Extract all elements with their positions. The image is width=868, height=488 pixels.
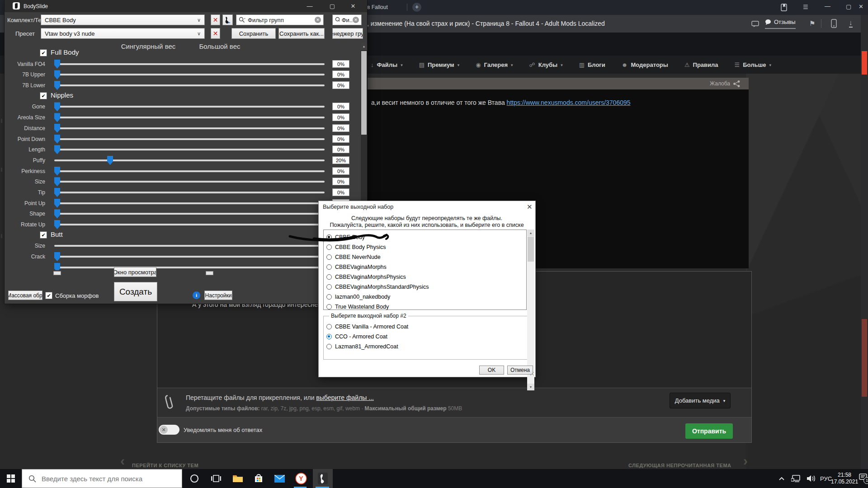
scrollbar-thumb[interactable]: [361, 51, 367, 135]
report-link[interactable]: Жалоба: [710, 80, 730, 87]
slider-thumb[interactable]: [54, 263, 60, 270]
slider-thumb[interactable]: [107, 156, 113, 165]
slider-thumb[interactable]: [54, 188, 60, 197]
browser-scrollbar[interactable]: [861, 15, 868, 469]
reviews-button[interactable]: Отзывы: [765, 19, 796, 29]
build-button[interactable]: Создать: [114, 282, 157, 301]
slider-value-box[interactable]: 0%: [332, 188, 349, 196]
slider-value-box[interactable]: 20%: [332, 156, 349, 164]
nav-item-blogs[interactable]: ▥Блоги: [579, 61, 605, 68]
clear-filter-icon[interactable]: ✕: [353, 17, 359, 23]
new-tab-button[interactable]: +: [412, 3, 421, 12]
bodyslide-taskbar-button[interactable]: [313, 469, 333, 488]
window-close-icon[interactable]: ✕: [859, 3, 863, 10]
slider-thumb[interactable]: [54, 124, 60, 133]
settings-button[interactable]: Настройки: [204, 291, 232, 300]
slider-track[interactable]: [54, 127, 325, 129]
bodyslide-title-bar[interactable]: BodySlide — ▢ ✕: [5, 0, 367, 12]
slider-thumb[interactable]: [54, 70, 60, 79]
nav-item-premium[interactable]: ▤Премиум▾: [419, 61, 459, 68]
slider-value-box[interactable]: 0%: [332, 70, 349, 78]
slider-value-box[interactable]: 0%: [332, 145, 349, 153]
slider-value-box[interactable]: 0%: [332, 135, 349, 143]
device-sync-icon[interactable]: [831, 19, 837, 28]
group-checkbox[interactable]: ✔: [40, 92, 47, 99]
radio-option[interactable]: CBBE Vanilla - Armored Coat: [324, 322, 527, 332]
slider-thumb[interactable]: [54, 177, 60, 186]
preset-combo[interactable]: Vtaw body v3 nude∨: [41, 28, 205, 39]
slider-thumb[interactable]: [54, 220, 60, 229]
cancel-button[interactable]: Отмена: [507, 366, 533, 375]
group-checkbox[interactable]: ✔: [40, 231, 47, 239]
slider-track[interactable]: [54, 213, 325, 215]
slider-track[interactable]: [54, 267, 325, 268]
yandex-browser-button[interactable]: Y: [291, 469, 311, 488]
slider-track[interactable]: [54, 138, 325, 140]
nav-item-clubs[interactable]: ☍Клубы▾: [529, 61, 563, 68]
prev-chevron-icon[interactable]: ‹: [120, 453, 125, 469]
slider-track[interactable]: [54, 106, 325, 108]
slider-thumb[interactable]: [54, 113, 60, 122]
group-checkbox[interactable]: ✔: [40, 49, 47, 56]
slider-track[interactable]: [54, 84, 325, 86]
prev-topic-link[interactable]: ПЕРЕЙТИ К СПИСКУ ТЕМ: [132, 463, 198, 468]
radio-option[interactable]: CBBE NeverNude: [324, 252, 526, 262]
slider-track[interactable]: [54, 63, 325, 65]
bs-close-icon[interactable]: ✕: [346, 3, 360, 9]
slider-value-box[interactable]: 0%: [332, 103, 349, 110]
slider-track[interactable]: [54, 160, 325, 161]
share-icon[interactable]: [733, 80, 741, 88]
window-minimize-icon[interactable]: —: [825, 3, 830, 9]
slider-track[interactable]: [54, 149, 325, 150]
clear-outfit-button[interactable]: ✕: [211, 14, 220, 25]
nav-item-rules[interactable]: ⚠Правила: [684, 61, 718, 68]
slider-value-box[interactable]: 0%: [332, 113, 349, 121]
submit-button[interactable]: Отправить: [685, 423, 733, 439]
slider-thumb[interactable]: [54, 209, 60, 218]
next-chevron-icon[interactable]: ›: [743, 453, 748, 469]
scroll-down-icon[interactable]: ▼: [527, 384, 534, 390]
bookmark-flag-icon[interactable]: ⚑: [809, 19, 815, 28]
scroll-up-icon[interactable]: ▲: [527, 230, 534, 236]
group-manager-button[interactable]: Менеджер групп: [332, 28, 363, 39]
slider-track[interactable]: [54, 256, 325, 258]
low-weight-slider[interactable]: [53, 271, 61, 275]
ok-button[interactable]: OK: [479, 366, 504, 375]
slider-track[interactable]: [54, 181, 325, 183]
preview-window-button[interactable]: Окно просмотра: [114, 267, 156, 277]
mail-button[interactable]: [269, 469, 289, 488]
reference-brush-button[interactable]: [222, 14, 233, 25]
slider-thumb[interactable]: [54, 60, 60, 69]
nav-item-moderators[interactable]: ☻Модераторы: [622, 61, 668, 68]
outfit-filter-search[interactable]: Фи.. ✕: [332, 14, 362, 25]
slider-track[interactable]: [54, 245, 325, 247]
add-media-button[interactable]: Добавить медиа▾: [670, 393, 731, 408]
cortana-button[interactable]: [184, 469, 204, 488]
slider-thumb[interactable]: [54, 252, 60, 261]
info-icon[interactable]: i: [193, 291, 200, 299]
slider-track[interactable]: [54, 74, 325, 75]
slider-thumb[interactable]: [54, 145, 60, 154]
comments-icon[interactable]: [751, 21, 759, 27]
choose-files-link[interactable]: выберите файлы ...: [316, 394, 374, 401]
radio-option[interactable]: CCO - Armored Coat: [324, 332, 527, 342]
slider-thumb[interactable]: [54, 81, 60, 90]
build-morphs-checkbox[interactable]: ✔: [45, 292, 52, 299]
nav-item-download[interactable]: ↓Файлы▾: [371, 61, 403, 68]
radio-option[interactable]: CBBEVaginaMorphs: [324, 262, 526, 272]
tray-language[interactable]: РУС: [820, 469, 832, 488]
downloads-icon[interactable]: ↓: [849, 19, 853, 28]
taskbar-search-input[interactable]: [41, 474, 169, 483]
scroll-up-icon[interactable]: ▲: [361, 43, 367, 50]
dialog-close-icon[interactable]: ✕: [527, 203, 533, 211]
slider-track[interactable]: [54, 224, 325, 225]
radio-option[interactable]: lazman00_nakedbody: [324, 292, 526, 302]
next-topic-link[interactable]: СЛЕДУЮЩАЯ НЕПРОЧИТАННАЯ ТЕМА: [628, 463, 731, 468]
radio-option[interactable]: Lazman81_ArmoredCoat: [324, 342, 527, 352]
action-center-button[interactable]: 1: [859, 474, 867, 483]
slider-thumb[interactable]: [54, 167, 60, 176]
radio-option[interactable]: CBBE Body Physics: [324, 242, 526, 252]
bookmarks-panel-icon[interactable]: [780, 4, 788, 11]
bs-maximize-icon[interactable]: ▢: [326, 3, 339, 9]
browser-tab[interactable]: в Fallout: [367, 4, 388, 10]
